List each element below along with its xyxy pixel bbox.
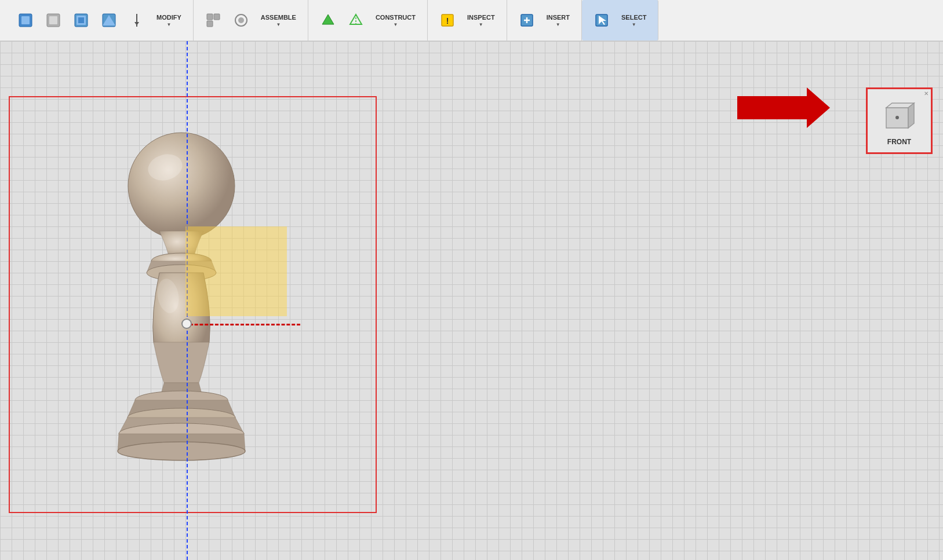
chess-pawn-model bbox=[78, 116, 284, 499]
tool-icon-4 bbox=[101, 12, 117, 28]
svg-rect-11 bbox=[207, 14, 213, 20]
construct-dropdown-arrow: ▼ bbox=[393, 22, 398, 27]
construct-icon-2 bbox=[348, 12, 364, 28]
insert-label: INSERT bbox=[547, 14, 570, 21]
toolbar-icon-btn-4[interactable] bbox=[96, 10, 122, 31]
inspect-icon-1: ! bbox=[439, 12, 456, 28]
svg-marker-38 bbox=[908, 103, 914, 128]
toolbar-group-modify: MODIFY ▼ bbox=[6, 0, 194, 41]
assemble-icon-btn-1[interactable] bbox=[201, 10, 226, 31]
construct-icon-btn-1[interactable] bbox=[315, 10, 341, 31]
tool-icon-1 bbox=[17, 12, 34, 28]
svg-point-26 bbox=[128, 133, 235, 239]
toolbar-group-insert: INSERT ▼ bbox=[507, 0, 582, 41]
inspect-dropdown-arrow: ▼ bbox=[479, 22, 483, 27]
svg-marker-10 bbox=[134, 22, 139, 25]
inspect-icon-btn-1[interactable]: ! bbox=[435, 10, 460, 31]
select-icon-btn-1[interactable] bbox=[589, 10, 614, 31]
toolbar-icon-btn-1[interactable] bbox=[13, 10, 38, 31]
canvas-area[interactable]: ✕ FRONT bbox=[0, 41, 943, 560]
svg-rect-3 bbox=[49, 16, 57, 24]
inspect-label: INSPECT bbox=[467, 14, 495, 21]
svg-marker-35 bbox=[737, 87, 830, 128]
front-view-label: FRONT bbox=[887, 138, 911, 146]
insert-button[interactable]: INSERT ▼ bbox=[542, 12, 574, 30]
inspect-button[interactable]: INSPECT ▼ bbox=[463, 12, 500, 30]
construct-icon-1 bbox=[320, 12, 336, 28]
select-dropdown-arrow: ▼ bbox=[632, 22, 636, 27]
svg-marker-16 bbox=[322, 14, 334, 24]
insert-dropdown-arrow: ▼ bbox=[556, 22, 560, 27]
assemble-button[interactable]: ASSEMBLE ▼ bbox=[256, 12, 301, 30]
assemble-icon-1 bbox=[205, 12, 221, 28]
toolbar: MODIFY ▼ ASSEMBLE ▼ bbox=[0, 0, 943, 41]
svg-rect-13 bbox=[207, 21, 213, 27]
tool-icon-2 bbox=[45, 12, 61, 28]
construct-icon-btn-2[interactable] bbox=[343, 10, 369, 31]
select-label: SELECT bbox=[621, 14, 646, 21]
assemble-dropdown-arrow: ▼ bbox=[276, 22, 281, 27]
modify-dropdown-arrow: ▼ bbox=[166, 22, 171, 27]
construct-button[interactable]: CONSTRUCT ▼ bbox=[371, 12, 420, 30]
front-view-cube-icon bbox=[879, 96, 920, 137]
assemble-icon-btn-2[interactable] bbox=[228, 10, 254, 31]
modify-button[interactable]: MODIFY ▼ bbox=[152, 12, 186, 30]
svg-point-32 bbox=[118, 442, 245, 460]
assemble-icon-2 bbox=[233, 12, 249, 28]
svg-text:!: ! bbox=[446, 16, 449, 25]
toolbar-group-select: SELECT ▼ bbox=[582, 0, 658, 41]
select-icon-1 bbox=[594, 12, 610, 28]
tool-icon-3 bbox=[73, 12, 89, 28]
select-button[interactable]: SELECT ▼ bbox=[617, 12, 651, 30]
svg-rect-12 bbox=[214, 14, 220, 20]
assemble-label: ASSEMBLE bbox=[261, 14, 296, 21]
toolbar-icon-btn-3[interactable] bbox=[68, 10, 94, 31]
insert-icon-1 bbox=[519, 12, 535, 28]
svg-rect-6 bbox=[78, 17, 84, 23]
toolbar-icon-btn-5[interactable] bbox=[124, 10, 150, 31]
toolbar-group-assemble: ASSEMBLE ▼ bbox=[194, 0, 308, 41]
front-view-close-btn[interactable]: ✕ bbox=[924, 90, 929, 97]
construct-label: CONSTRUCT bbox=[376, 14, 416, 21]
svg-point-39 bbox=[895, 116, 899, 119]
svg-rect-1 bbox=[21, 16, 30, 24]
annotation-arrow bbox=[737, 85, 830, 133]
insert-icon-btn-1[interactable] bbox=[514, 10, 540, 31]
front-view-panel[interactable]: ✕ FRONT bbox=[866, 87, 933, 154]
tool-icon-5 bbox=[129, 12, 145, 28]
toolbar-group-inspect: ! INSPECT ▼ bbox=[428, 0, 507, 41]
modify-label: MODIFY bbox=[156, 14, 181, 21]
svg-point-15 bbox=[238, 17, 244, 23]
toolbar-icon-btn-2[interactable] bbox=[41, 10, 66, 31]
toolbar-group-construct: CONSTRUCT ▼ bbox=[308, 0, 428, 41]
